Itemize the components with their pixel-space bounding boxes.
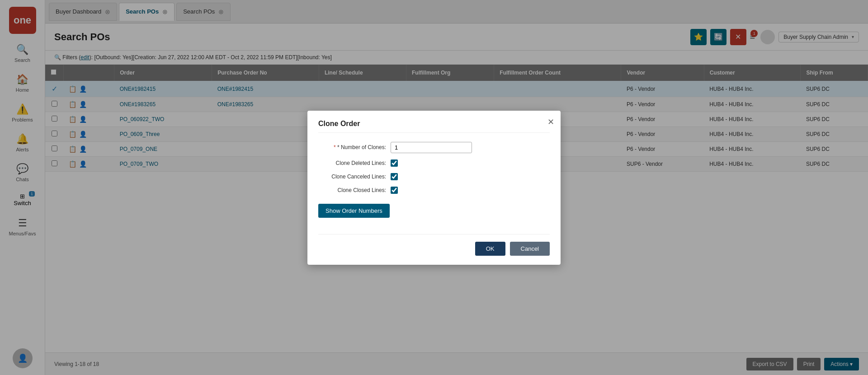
modal-close-button[interactable]: ✕ [547, 117, 554, 127]
clone-canceled-checkbox[interactable] [391, 173, 398, 180]
modal-title: Clone Order [318, 120, 550, 133]
num-clones-input[interactable] [391, 142, 472, 153]
num-clones-label: * * Number of Clones: [318, 144, 391, 150]
clone-canceled-label: Clone Canceled Lines: [318, 173, 391, 180]
clone-closed-label: Clone Closed Lines: [318, 187, 391, 193]
modal-cancel-button[interactable]: Cancel [510, 242, 550, 256]
clone-order-modal: Clone Order ✕ * * Number of Clones: Clon… [307, 111, 561, 265]
modal-overlay: Clone Order ✕ * * Number of Clones: Clon… [0, 0, 868, 375]
show-order-numbers-button[interactable]: Show Order Numbers [318, 204, 390, 218]
clone-closed-field: Clone Closed Lines: [318, 187, 550, 194]
modal-ok-button[interactable]: OK [475, 242, 505, 256]
clone-closed-checkbox[interactable] [391, 187, 398, 194]
num-clones-field: * * Number of Clones: [318, 142, 550, 153]
clone-deleted-field: Clone Deleted Lines: [318, 159, 550, 167]
clone-canceled-field: Clone Canceled Lines: [318, 173, 550, 180]
modal-footer: OK Cancel [318, 234, 550, 256]
clone-deleted-checkbox[interactable] [391, 159, 398, 167]
clone-deleted-label: Clone Deleted Lines: [318, 160, 391, 166]
